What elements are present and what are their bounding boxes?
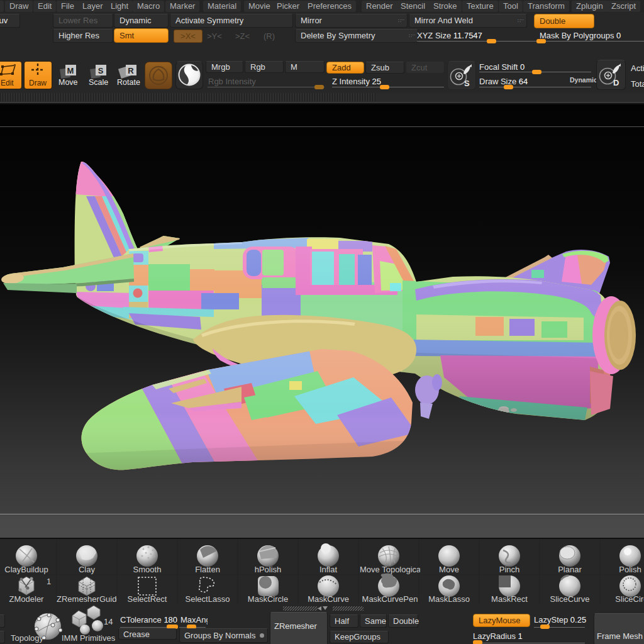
- svg-text:D: D: [613, 78, 619, 87]
- svg-text:S: S: [98, 66, 104, 75]
- svg-text:M: M: [67, 66, 74, 75]
- svg-text:S: S: [464, 79, 470, 88]
- svg-text:R: R: [128, 66, 134, 75]
